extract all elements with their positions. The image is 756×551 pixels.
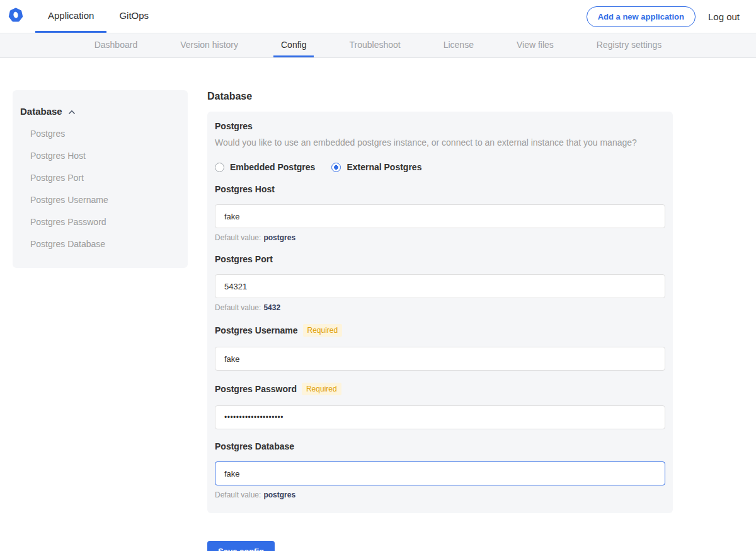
config-main: Database Postgres Would you like to use … [207, 90, 673, 551]
default-prefix: Default value: [215, 490, 261, 499]
default-value: 5432 [263, 303, 280, 312]
top-tab-application[interactable]: Application [35, 0, 106, 33]
add-application-button[interactable]: Add a new application [587, 6, 696, 27]
postgres-username-label: Postgres Username Required [215, 324, 665, 337]
postgres-mode-radio-group: Embedded Postgres External Postgres [215, 162, 665, 172]
required-badge: Required [303, 324, 343, 337]
sidebar-item-postgres-username[interactable]: Postgres Username [13, 189, 188, 211]
subnav-tab-registry-settings[interactable]: Registry settings [589, 33, 669, 57]
sidebar-item-postgres[interactable]: Postgres [13, 123, 188, 145]
save-config-button[interactable]: Save config [207, 541, 275, 551]
postgres-database-label: Postgres Database [215, 441, 665, 451]
logout-button[interactable]: Log out [708, 11, 740, 22]
chevron-up-icon [68, 106, 76, 117]
sidebar-group-database[interactable]: Database [13, 106, 188, 117]
radio-external-postgres-label: External Postgres [346, 162, 421, 172]
postgres-password-input[interactable] [215, 405, 665, 429]
top-navbar: Application GitOps Add a new application… [0, 0, 756, 33]
radio-external-postgres[interactable]: External Postgres [331, 162, 421, 172]
subnav-tab-troubleshoot[interactable]: Troubleshoot [341, 33, 408, 57]
subnav-tab-config[interactable]: Config [273, 33, 314, 57]
postgres-port-label: Postgres Port [215, 254, 665, 264]
sidebar-item-postgres-database[interactable]: Postgres Database [13, 233, 188, 255]
config-sidebar: Database Postgres Postgres Host Postgres… [13, 90, 188, 268]
radio-embedded-postgres-label: Embedded Postgres [230, 162, 315, 172]
app-subnav: Dashboard Version history Config Trouble… [0, 33, 756, 58]
postgres-port-default: Default value:5432 [215, 303, 665, 312]
default-value: postgres [263, 490, 295, 499]
postgres-database-field: Postgres Database Default value:postgres [215, 441, 665, 499]
radio-external-postgres-input[interactable] [331, 163, 341, 172]
default-value: postgres [263, 233, 295, 242]
postgres-host-default: Default value:postgres [215, 233, 665, 242]
subnav-tab-view-files[interactable]: View files [509, 33, 561, 57]
required-badge: Required [302, 383, 341, 395]
field-label-text: Postgres Username [215, 325, 298, 335]
postgres-password-label: Postgres Password Required [215, 383, 665, 395]
field-label-text: Postgres Password [215, 384, 297, 394]
config-content: Database Postgres Postgres Host Postgres… [0, 58, 756, 551]
group-label-postgres: Postgres [215, 121, 665, 131]
app-logo[interactable] [8, 0, 24, 33]
subnav-tab-dashboard[interactable]: Dashboard [87, 33, 146, 57]
sidebar-item-postgres-port[interactable]: Postgres Port [13, 167, 188, 189]
postgres-database-input[interactable] [215, 461, 665, 485]
sidebar-item-postgres-host[interactable]: Postgres Host [13, 145, 188, 167]
sidebar-group-label: Database [20, 106, 62, 117]
subnav-tab-version-history[interactable]: Version history [173, 33, 246, 57]
page-title: Database [207, 91, 673, 102]
top-tab-gitops[interactable]: GitOps [106, 0, 161, 33]
postgres-password-field: Postgres Password Required [215, 383, 665, 429]
radio-embedded-postgres-input[interactable] [215, 163, 224, 172]
sidebar-item-postgres-password[interactable]: Postgres Password [13, 211, 188, 233]
topnav-right: Add a new application Log out [587, 0, 756, 33]
default-prefix: Default value: [215, 303, 261, 312]
postgres-port-input[interactable] [215, 274, 665, 298]
postgres-port-field: Postgres Port Default value:5432 [215, 254, 665, 312]
app-logo-icon [8, 7, 24, 26]
postgres-username-field: Postgres Username Required [215, 324, 665, 371]
postgres-host-field: Postgres Host Default value:postgres [215, 184, 665, 242]
radio-embedded-postgres[interactable]: Embedded Postgres [215, 162, 315, 172]
postgres-host-label: Postgres Host [215, 184, 665, 194]
postgres-username-input[interactable] [215, 347, 665, 371]
group-help-text: Would you like to use an embedded postgr… [215, 137, 665, 148]
database-config-panel: Postgres Would you like to use an embedd… [207, 112, 673, 513]
default-prefix: Default value: [215, 233, 261, 242]
postgres-host-input[interactable] [215, 204, 665, 228]
subnav-tab-license[interactable]: License [436, 33, 481, 57]
postgres-database-default: Default value:postgres [215, 490, 665, 499]
